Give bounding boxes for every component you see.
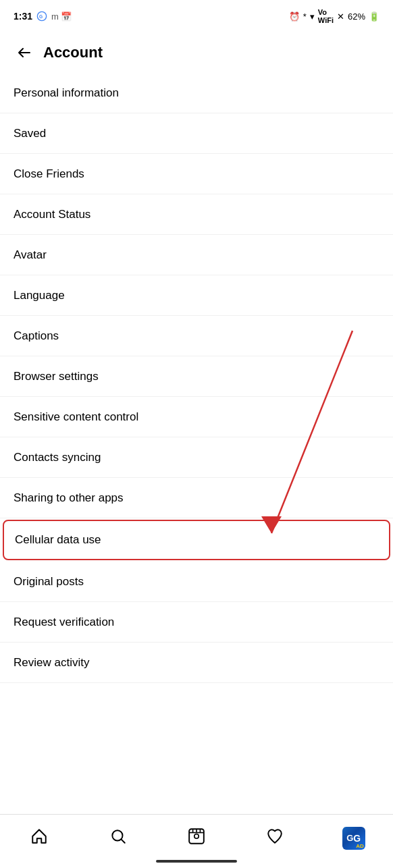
- network-icon: ✕: [337, 11, 344, 22]
- search-icon: [109, 828, 127, 849]
- profile-thumbnail: G AD: [342, 827, 365, 850]
- menu-item-request-verification[interactable]: Request verification: [0, 602, 393, 643]
- page-title: Account: [43, 44, 103, 61]
- alarm-icon: ⏰: [289, 11, 300, 22]
- menu-content: Personal informationSavedClose FriendsAc…: [0, 73, 393, 751]
- nav-home[interactable]: [19, 821, 59, 855]
- nav-profile[interactable]: G AD: [334, 821, 374, 855]
- nav-reels[interactable]: [176, 821, 217, 855]
- battery-icon: 🔋: [369, 11, 379, 22]
- svg-text:G: G: [39, 14, 43, 19]
- menu-item-original-posts[interactable]: Original posts: [0, 562, 393, 602]
- menu-item-captions[interactable]: Captions: [0, 316, 393, 356]
- menu-item-close-friends[interactable]: Close Friends: [0, 154, 393, 194]
- heart-icon: [266, 828, 284, 849]
- menu-item-sharing-other-apps[interactable]: Sharing to other apps: [0, 478, 393, 518]
- home-indicator: [156, 860, 237, 863]
- menu-item-cellular-data[interactable]: Cellular data use: [3, 520, 390, 560]
- status-time: 1:31: [14, 11, 32, 22]
- menu-item-account-status[interactable]: Account Status: [0, 194, 393, 235]
- status-bar: 1:31 G m 📅 ⏰ * ▾ VoWiFi ✕ 62% 🔋: [0, 0, 393, 32]
- svg-point-7: [194, 834, 199, 838]
- signal-icon: VoWiFi: [318, 8, 334, 24]
- menu-item-avatar[interactable]: Avatar: [0, 235, 393, 275]
- menu-item-contacts-syncing[interactable]: Contacts syncing: [0, 437, 393, 478]
- bluetooth-icon: *: [303, 11, 307, 22]
- menu-item-browser-settings[interactable]: Browser settings: [0, 356, 393, 397]
- menu-item-review-activity[interactable]: Review activity: [0, 643, 393, 683]
- home-icon: [30, 828, 48, 849]
- account-menu-list: Personal informationSavedClose FriendsAc…: [0, 73, 393, 683]
- google-icon: G: [36, 11, 47, 22]
- nav-search[interactable]: [98, 821, 138, 855]
- nav-likes[interactable]: [255, 821, 295, 855]
- menu-item-language[interactable]: Language: [0, 275, 393, 316]
- page-header: Account: [0, 32, 393, 73]
- reels-icon: [188, 828, 205, 849]
- svg-line-5: [121, 839, 124, 842]
- battery-level: 62%: [348, 11, 365, 22]
- menu-item-saved[interactable]: Saved: [0, 113, 393, 154]
- back-button[interactable]: [11, 39, 38, 66]
- menu-item-sensitive-content[interactable]: Sensitive content control: [0, 397, 393, 437]
- wifi-icon: ▾: [310, 11, 315, 22]
- menu-item-personal-information[interactable]: Personal information: [0, 73, 393, 113]
- app-icons: m 📅: [51, 11, 72, 22]
